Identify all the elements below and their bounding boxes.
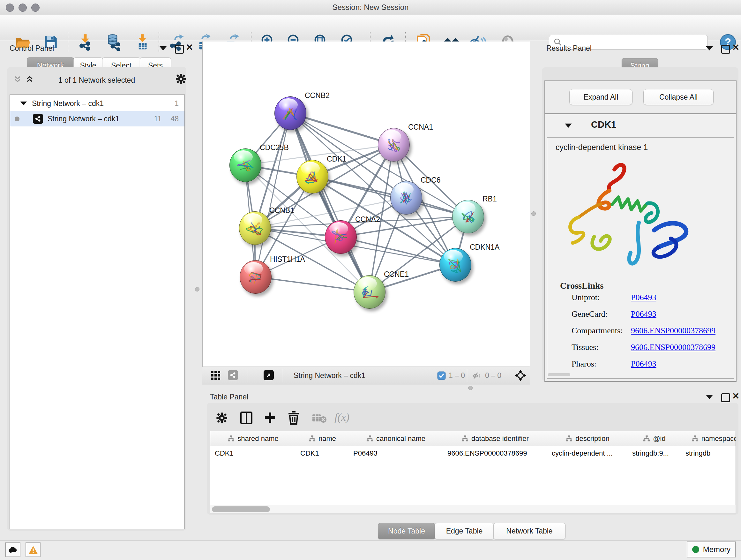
title-bar: Session: New Session — [0, 0, 741, 15]
delete-column-icon[interactable] — [287, 411, 300, 425]
table-cell[interactable]: stringdb:9... — [628, 446, 681, 461]
crosslink-link[interactable]: P06493 — [631, 309, 656, 319]
cloud-button[interactable] — [5, 543, 20, 557]
hidden-eye-icon — [472, 371, 482, 381]
table-panel-menu-icon[interactable] — [706, 395, 713, 400]
expand-all-button[interactable]: Expand All — [569, 89, 632, 105]
network-row-selected[interactable]: String Network – cdk1 11 48 — [10, 111, 185, 126]
control-panel-menu-icon[interactable] — [159, 46, 166, 52]
crosslink-link[interactable]: 9606.ENSP00000378699 — [631, 326, 716, 335]
birds-eye-icon[interactable] — [515, 369, 527, 381]
node-gloss — [382, 130, 401, 143]
network-options-gear-icon[interactable] — [176, 73, 186, 84]
control-panel-float-icon[interactable] — [175, 45, 184, 55]
network-row-label: String Network – cdk1 — [48, 115, 119, 123]
control-panel-title: Control Panel — [10, 44, 54, 53]
table-hscrollbar-thumb[interactable] — [212, 506, 270, 512]
network-node-CDKN1A[interactable] — [440, 248, 471, 282]
network-selection-summary: 1 of 1 Network selected — [7, 76, 186, 84]
collection-expand-icon[interactable] — [20, 102, 27, 105]
network-edge[interactable] — [312, 177, 468, 216]
table-panel-float-icon[interactable] — [721, 393, 730, 403]
column-header-description[interactable]: description — [547, 431, 628, 446]
network-collection-row[interactable]: String Network – cdk1 1 — [10, 96, 185, 111]
results-panel-close-icon[interactable]: ✕ — [732, 44, 739, 51]
table-cell[interactable]: CDK1 — [296, 446, 349, 461]
toolbar-separator — [247, 369, 247, 382]
control-panel-close-icon[interactable]: ✕ — [186, 44, 193, 51]
network-node-CCNE1[interactable] — [354, 275, 386, 309]
crosslink-link[interactable]: 9606.ENSP00000378699 — [631, 343, 716, 352]
crosslink-link[interactable]: P06493 — [631, 293, 656, 302]
node-gloss — [279, 98, 298, 111]
collapse-all-button[interactable]: Collapse All — [643, 89, 714, 105]
network-edge[interactable] — [255, 277, 369, 292]
string-network-icon — [33, 114, 43, 124]
network-node-CCNA1[interactable] — [378, 128, 410, 162]
column-header-name[interactable]: name — [296, 431, 349, 446]
table-cell[interactable]: CDK1 — [210, 446, 296, 461]
network-node-CDC25B[interactable] — [229, 148, 261, 182]
table-cell[interactable]: cyclin-dependent ... — [547, 446, 628, 461]
table-hscrollbar[interactable] — [210, 505, 736, 514]
crosslink-label: Compartments: — [571, 326, 623, 335]
add-column-icon[interactable] — [264, 411, 276, 424]
detach-view-icon[interactable] — [264, 370, 274, 380]
crosslink-link[interactable]: P06493 — [631, 359, 656, 369]
node-gloss — [444, 250, 463, 263]
table-cell[interactable]: P06493 — [349, 446, 443, 461]
crosslink-row: Tissues:9606.ENSP00000378699 — [547, 343, 734, 359]
network-node-CCNB1[interactable] — [239, 211, 271, 245]
column-header--id[interactable]: @id — [628, 431, 681, 446]
table-panel-title: Table Panel — [210, 393, 248, 401]
node-gloss — [244, 213, 262, 226]
table-panel-close-icon[interactable]: ✕ — [732, 393, 739, 400]
network-edge[interactable] — [290, 113, 369, 292]
network-node-CCNA2[interactable] — [325, 220, 357, 254]
column-header-namespace[interactable]: namespace — [681, 431, 736, 446]
main-toolbar: ? — [0, 15, 741, 40]
results-panel-title: Results Panel — [546, 44, 592, 53]
tab-network-table[interactable]: Network Table — [493, 523, 565, 539]
table-cell[interactable]: stringdb — [681, 446, 736, 461]
crosslink-label: Pharos: — [571, 359, 596, 369]
network-node-RB1[interactable] — [452, 200, 484, 233]
crosslinks-title: CrossLinks — [560, 281, 603, 291]
splitter-handle[interactable] — [531, 211, 536, 216]
network-view-toolbar: String Network – cdk1 1 – 0 0 – 0 — [202, 367, 530, 384]
grid-view-icon[interactable] — [211, 370, 221, 381]
splitter-handle[interactable] — [195, 287, 199, 292]
column-header-shared-name[interactable]: shared name — [210, 431, 296, 446]
network-node-CCNB2[interactable] — [274, 97, 307, 130]
toolbar-separator — [467, 369, 467, 382]
network-node-CDC6[interactable] — [390, 181, 422, 214]
table-cell[interactable]: 9606.ENSP00000378699 — [443, 446, 547, 461]
results-panel: Results Panel ✕ String Expand All Collap… — [542, 42, 741, 382]
show-columns-icon[interactable] — [240, 411, 253, 425]
node-label-CCNA2: CCNA2 — [355, 215, 380, 224]
table-gear-icon[interactable] — [216, 412, 228, 424]
network-node-CDK1[interactable] — [296, 160, 328, 193]
crosslink-row: GeneCard:P06493 — [547, 309, 734, 326]
network-node-HIST1H1A[interactable] — [240, 260, 272, 294]
memory-button[interactable]: Memory — [687, 542, 736, 557]
node-label-CCNA1: CCNA1 — [408, 123, 433, 132]
warning-button[interactable] — [25, 543, 41, 557]
warning-icon — [28, 546, 38, 554]
status-bar: Memory — [0, 540, 741, 560]
results-panel-menu-icon[interactable] — [706, 46, 713, 52]
crosslink-label: GeneCard: — [571, 309, 608, 319]
table-panel: Table Panel ✕ f(x) shared namenamecanoni… — [207, 386, 738, 540]
network-view-canvas[interactable]: CCNB2CCNA1CDC25BCDK1CDC6RB1CCNB1CCNA2CDK… — [202, 42, 530, 367]
entry-description: cyclin-dependent kinase 1 — [556, 143, 648, 152]
node-gloss — [358, 277, 377, 290]
entry-collapse-icon[interactable] — [565, 123, 572, 129]
entry-scrollbar[interactable] — [548, 373, 570, 376]
results-panel-float-icon[interactable] — [721, 45, 730, 55]
tab-node-table[interactable]: Node Table — [378, 523, 435, 539]
column-header-canonical-name[interactable]: canonical name — [349, 431, 443, 446]
column-header-database-identifier[interactable]: database identifier — [443, 431, 548, 446]
node-gloss — [234, 150, 253, 164]
tab-edge-table[interactable]: Edge Table — [434, 523, 494, 539]
selected-checkbox-icon[interactable] — [437, 371, 446, 380]
